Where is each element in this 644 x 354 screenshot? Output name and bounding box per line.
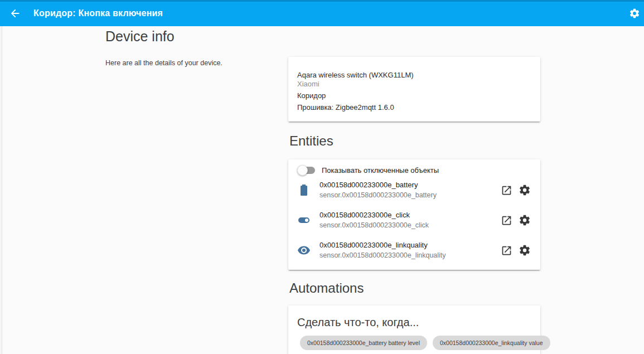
entity-name: 0x00158d000233000e_click <box>319 210 429 220</box>
entity-id: sensor.0x00158d000233000e_battery <box>319 190 437 200</box>
automation-chip-linkquality[interactable]: 0x00158d000233000e_linkquality value <box>433 336 550 350</box>
entities-heading: Entities <box>289 133 333 149</box>
open-in-new-icon <box>501 185 512 196</box>
entity-settings-button[interactable] <box>518 244 531 257</box>
entity-row-battery[interactable]: 0x00158d000233000e_battery sensor.0x0015… <box>297 175 531 205</box>
device-settings-button[interactable] <box>623 2 644 25</box>
toggle-label: Показывать отключенные объекты <box>322 166 439 174</box>
device-firmware: Прошивка: Zigbee2mqtt 1.6.0 <box>297 103 531 112</box>
gear-icon <box>519 214 531 226</box>
device-info-card: Aqara wireless switch (WXKG11LM) Xiaomi … <box>288 57 540 122</box>
entity-id: sensor.0x00158d000233000e_linkquality <box>319 250 446 260</box>
open-entity-button[interactable] <box>500 244 513 257</box>
entity-settings-button[interactable] <box>518 214 531 227</box>
automation-chips-row: 0x00158d000233000e_battery battery level… <box>297 336 531 350</box>
sidebar-edge <box>0 26 2 354</box>
gear-icon <box>629 8 640 19</box>
entity-actions <box>500 183 531 197</box>
automations-heading: Automations <box>289 280 364 296</box>
show-disabled-toggle[interactable] <box>297 164 316 176</box>
toggle-switch-icon <box>297 214 311 227</box>
open-in-new-icon <box>501 215 512 226</box>
open-in-new-icon <box>501 245 512 256</box>
entities-card: Показывать отключенные объекты 0x00158d0… <box>288 159 540 270</box>
gear-icon <box>519 244 531 256</box>
entity-name: 0x00158d000233000e_battery <box>319 180 437 190</box>
gear-icon <box>519 184 531 196</box>
automation-chip-battery[interactable]: 0x00158d000233000e_battery battery level <box>300 336 427 350</box>
entity-name: 0x00158d000233000e_linkquality <box>319 240 446 250</box>
entity-actions <box>500 214 531 227</box>
entity-id: sensor.0x00158d000233000e_click <box>319 220 429 230</box>
show-disabled-toggle-row: Показывать отключенные объекты <box>297 159 531 175</box>
entity-row-click[interactable]: 0x00158d000233000e_click sensor.0x00158d… <box>297 205 531 235</box>
back-button[interactable] <box>4 2 26 25</box>
entity-settings-button[interactable] <box>518 183 531 197</box>
section-intro: Here are all the details of your device. <box>105 59 222 67</box>
open-entity-button[interactable] <box>500 214 513 227</box>
open-entity-button[interactable] <box>500 183 513 197</box>
automation-caption: Сделать что-то, когда... <box>297 315 531 329</box>
entity-text: 0x00158d000233000e_linkquality sensor.0x… <box>319 240 446 260</box>
entity-text: 0x00158d000233000e_battery sensor.0x0015… <box>319 180 437 200</box>
page-header-title: Коридор: Кнопка включения <box>33 8 163 18</box>
battery-icon <box>297 183 311 197</box>
app-header: Коридор: Кнопка включения <box>0 0 644 26</box>
device-manufacturer: Xiaomi <box>297 80 531 88</box>
entity-row-linkquality[interactable]: 0x00158d000233000e_linkquality sensor.0x… <box>297 235 531 265</box>
device-area: Коридор <box>297 91 531 100</box>
arrow-left-icon <box>9 7 21 20</box>
eye-icon <box>297 244 311 257</box>
automations-card: Сделать что-то, когда... 0x00158d0002330… <box>288 305 540 354</box>
entity-text: 0x00158d000233000e_click sensor.0x00158d… <box>319 210 429 230</box>
entity-actions <box>500 244 531 257</box>
toggle-thumb <box>297 165 308 176</box>
device-name: Aqara wireless switch (WXKG11LM) <box>297 71 531 80</box>
page-title: Device info <box>105 27 175 45</box>
